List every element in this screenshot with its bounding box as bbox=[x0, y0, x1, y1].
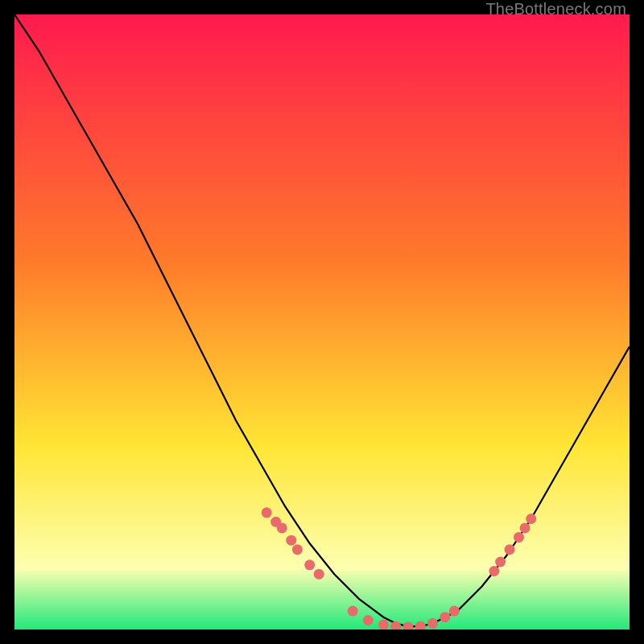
gradient-background bbox=[14, 14, 630, 630]
curve-marker bbox=[505, 544, 515, 555]
curve-marker bbox=[495, 557, 506, 568]
curve-marker bbox=[314, 569, 324, 580]
curve-marker bbox=[292, 544, 303, 555]
curve-marker bbox=[363, 615, 374, 625]
curve-marker bbox=[514, 532, 524, 543]
watermark-text: TheBottleneck.com bbox=[485, 0, 626, 19]
curve-marker bbox=[489, 566, 499, 576]
curve-marker bbox=[526, 514, 536, 524]
curve-marker bbox=[348, 606, 358, 617]
curve-marker bbox=[304, 559, 315, 570]
curve-marker bbox=[440, 612, 450, 622]
bottleneck-chart bbox=[14, 14, 630, 630]
curve-marker bbox=[378, 619, 389, 630]
curve-marker bbox=[427, 618, 438, 629]
curve-marker bbox=[449, 606, 460, 617]
curve-marker bbox=[262, 507, 272, 518]
curve-marker bbox=[286, 535, 296, 546]
curve-marker bbox=[520, 522, 530, 533]
curve-marker bbox=[277, 522, 287, 533]
chart-frame bbox=[14, 14, 630, 630]
